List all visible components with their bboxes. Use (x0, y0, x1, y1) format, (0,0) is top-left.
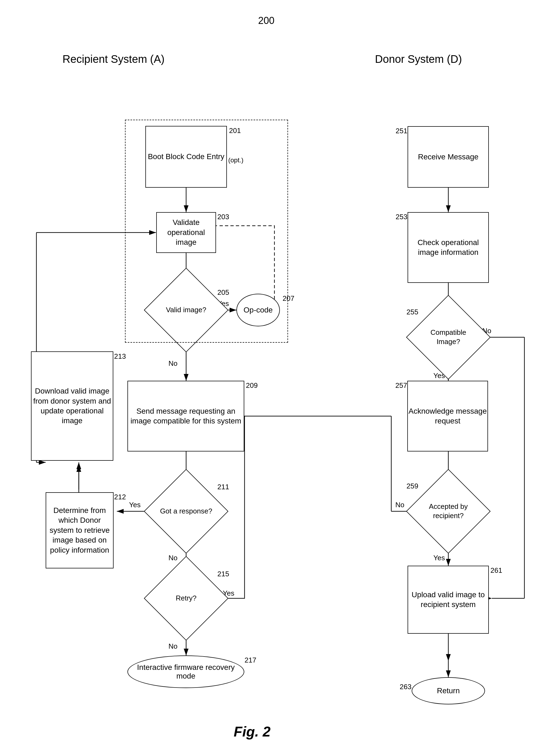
node-retry: Retry? (156, 569, 216, 628)
node-receive-message: Receive Message (408, 126, 489, 188)
node-upload-image: Upload valid image to recipient system (408, 566, 489, 634)
label-209: 209 (246, 381, 257, 390)
svg-text:Yes: Yes (433, 554, 445, 562)
donor-section-title: Donor System (D) (375, 53, 462, 65)
label-251: 251 (396, 127, 407, 135)
label-253: 253 (396, 213, 407, 221)
node-got-response: Got a response? (156, 481, 216, 541)
label-212: 212 (114, 493, 126, 501)
label-257: 257 (395, 381, 407, 390)
node-return: Return (412, 677, 485, 704)
dashed-optional-box (125, 120, 288, 343)
svg-text:No: No (395, 501, 404, 509)
label-217: 217 (245, 656, 256, 664)
node-compatible-image: Compatible Image? (419, 307, 478, 367)
label-255: 255 (406, 308, 418, 316)
svg-text:No: No (169, 359, 177, 367)
svg-text:No: No (169, 642, 177, 650)
node-accepted: Accepted by recipient? (419, 481, 478, 541)
diagram-number: 200 (258, 15, 274, 26)
label-213: 213 (114, 352, 126, 361)
recipient-section-title: Recipient System (A) (63, 53, 165, 65)
node-firmware-recovery: Interactive firmware recovery mode (128, 656, 244, 688)
figure-label: Fig. 2 (234, 723, 271, 740)
label-259: 259 (406, 482, 418, 490)
label-261: 261 (490, 566, 502, 575)
label-215: 215 (217, 570, 229, 578)
diagram-container: 200 Recipient System (A) Donor System (D… (0, 0, 560, 749)
svg-text:Yes: Yes (129, 501, 140, 509)
node-download-image: Download valid image from donor system a… (31, 351, 113, 461)
node-acknowledge: Acknowledge message request (407, 381, 488, 451)
svg-text:No: No (169, 554, 177, 562)
label-263: 263 (400, 683, 411, 691)
node-send-message: Send message requesting an image compati… (128, 381, 244, 451)
node-determine-donor: Determine from which Donor system to ret… (46, 492, 114, 569)
label-211: 211 (217, 483, 229, 491)
node-check-image: Check operational image information (408, 212, 489, 283)
